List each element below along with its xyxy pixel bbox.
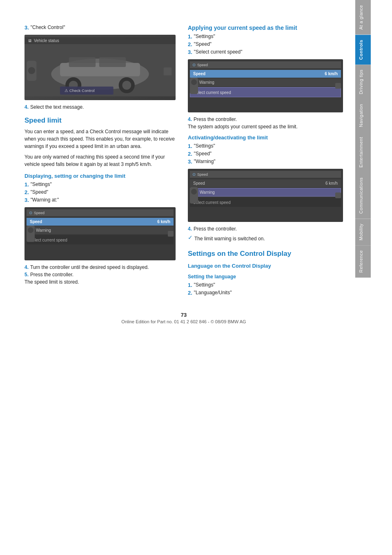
svg-point-8: [122, 81, 131, 90]
disp-step-4-number: 4.: [24, 264, 29, 270]
lang-step-1-text: "Settings": [194, 282, 215, 288]
speed-limit-title: Speed limit: [24, 116, 176, 125]
disp-step-1-number: 1.: [24, 181, 29, 188]
screen3-warning-label: Warning: [199, 80, 214, 85]
step-3-item: 3. "Check Control": [24, 25, 176, 31]
disp-step-5: 5. Press the controller.: [24, 272, 176, 278]
disp-step-1-text: "Settings": [31, 181, 52, 187]
speed-limit-body-2: You are only warned of reaching this spe…: [24, 153, 176, 168]
sidebar-tab-entertainment[interactable]: Entertainment: [355, 132, 371, 172]
disp-step-3: 3. "Warning at:": [24, 197, 176, 203]
vehicle-status-screen: 🖥 Vehicle status: [24, 35, 176, 100]
disp-step-5-text: Press the controller.: [30, 272, 74, 278]
app-note: The system adopts your current speed as …: [188, 124, 343, 130]
disp-step-4: 4. Turn the controller until the desired…: [24, 264, 176, 270]
app-step-1: 1. "Settings": [188, 34, 343, 40]
settings-title: Settings on the Control Display: [188, 250, 343, 258]
app-step-2-number: 2.: [188, 41, 192, 47]
sidebar-tab-communications[interactable]: Communications: [355, 172, 371, 219]
app-step-4-number: 4.: [188, 116, 192, 122]
svg-text:⚠ Check Control: ⚠ Check Control: [65, 88, 95, 93]
svg-rect-3: [69, 57, 96, 67]
disp-step-3-number: 3.: [24, 197, 29, 203]
app-step-4-text: Press the controller.: [194, 116, 237, 122]
checkmark-icon: ✓: [188, 234, 193, 241]
display-section-title: Displaying, setting or changing the limi…: [24, 173, 176, 179]
screen2-speed-value: 6 km/h: [157, 219, 170, 224]
act-step-1-text: "Settings": [194, 143, 215, 149]
screen3-speed-label: Speed: [193, 72, 205, 76]
act-step-3: 3. "Warning": [188, 159, 343, 165]
screen2-speed-label: Speed: [30, 219, 42, 224]
sidebar-tab-controls[interactable]: Controls: [355, 35, 371, 65]
footer-text: Online Edition for Part no. 01 41 2 602 …: [121, 319, 246, 324]
speed-screen-3: ⊙ Speed Speed 6 km/h Warning Select c: [188, 59, 343, 112]
act-note: The limit warning is switched on.: [194, 236, 265, 242]
act-step-1: 1. "Settings": [188, 143, 343, 149]
screen4-speed-label: Speed: [193, 181, 205, 186]
screen2-warning-label: Warning: [36, 228, 51, 233]
step-3-number: 3.: [24, 25, 29, 31]
speed-limit-body-1: You can enter a speed, and a Check Contr…: [24, 128, 176, 150]
disp-step-3-text: "Warning at:": [31, 197, 59, 203]
page-number: 73: [24, 312, 343, 318]
sidebar-tab-navigation[interactable]: Navigation: [355, 99, 371, 132]
app-step-3-number: 3.: [188, 49, 192, 55]
act-step-2-number: 2.: [188, 151, 192, 157]
lang-step-1-number: 1.: [188, 282, 192, 288]
left-column: 3. "Check Control" 🖥 Vehicle status: [24, 25, 176, 298]
step-4-item: 4. Select the text message.: [24, 104, 176, 110]
sidebar: At a glance Controls Driving tips Naviga…: [355, 0, 371, 555]
step-4-text: Select the text message.: [30, 104, 84, 110]
screen3-select-label: Select current speed: [194, 90, 231, 95]
act-step-4-number: 4.: [188, 226, 192, 232]
lang-step-2-text: "Language/Units": [194, 290, 232, 295]
sidebar-tab-driving[interactable]: Driving tips: [355, 65, 371, 99]
language-title: Language on the Control Display: [188, 263, 343, 269]
app-step-2-text: "Speed": [194, 41, 212, 47]
lang-step-2-number: 2.: [188, 290, 192, 296]
screen2-title: Speed: [34, 211, 45, 215]
disp-step-2: 2. "Speed": [24, 189, 176, 195]
screen4-speed-value: 6 km/h: [325, 181, 338, 186]
screen4-select-label: Select current speed: [193, 200, 231, 205]
speed-screen-4: ⊙ Speed Speed 6 km/h Warning Select c: [188, 169, 343, 222]
page-footer: 73 Online Edition for Part no. 01 41 2 6…: [24, 306, 343, 328]
act-step-2-text: "Speed": [194, 151, 212, 157]
screen-header: 🖥 Vehicle status: [24, 37, 176, 44]
applying-title: Applying your current speed as the limit: [188, 25, 343, 31]
disp-step-5-number: 5.: [24, 272, 29, 278]
app-step-2: 2. "Speed": [188, 41, 343, 47]
svg-rect-4: [99, 57, 126, 67]
disp-step-4-text: Turn the controller until the desired sp…: [30, 264, 149, 270]
disp-note: The speed limit is stored.: [24, 279, 176, 285]
act-step-2: 2. "Speed": [188, 151, 343, 157]
step-4-number: 4.: [24, 104, 29, 110]
app-step-3: 3. "Select current speed": [188, 49, 343, 55]
disp-step-2-text: "Speed": [31, 189, 48, 195]
screen4-warning-label: Warning: [200, 190, 215, 195]
screen3-title: Speed: [197, 63, 208, 67]
app-step-4: 4. Press the controller.: [188, 116, 343, 122]
step-3-text: "Check Control": [31, 25, 65, 30]
disp-step-1: 1. "Settings": [24, 181, 176, 188]
app-step-1-text: "Settings": [194, 34, 215, 39]
app-step-3-text: "Select current speed": [194, 49, 243, 55]
svg-point-10: [28, 67, 35, 74]
svg-rect-11: [164, 67, 172, 76]
speed-screen-2: ⊙ Speed Speed 6 km/h Warning: [24, 207, 176, 260]
act-step-4: 4. Press the controller.: [188, 226, 343, 232]
right-column: Applying your current speed as the limit…: [188, 25, 343, 298]
lang-step-1: 1. "Settings": [188, 282, 343, 288]
act-step-3-text: "Warning": [194, 159, 216, 164]
lang-step-2: 2. "Language/Units": [188, 290, 343, 296]
sidebar-tab-at-glance[interactable]: At a glance: [355, 0, 371, 35]
act-note-container: ✓ The limit warning is switched on.: [188, 234, 343, 242]
act-step-1-number: 1.: [188, 143, 192, 149]
sidebar-tab-mobility[interactable]: Mobility: [355, 219, 371, 245]
sidebar-tab-reference[interactable]: Reference: [355, 245, 371, 278]
app-step-1-number: 1.: [188, 34, 192, 40]
screen4-title: Speed: [197, 172, 208, 177]
act-step-3-number: 3.: [188, 159, 192, 165]
screen2-select-label: Select current speed: [30, 238, 67, 242]
